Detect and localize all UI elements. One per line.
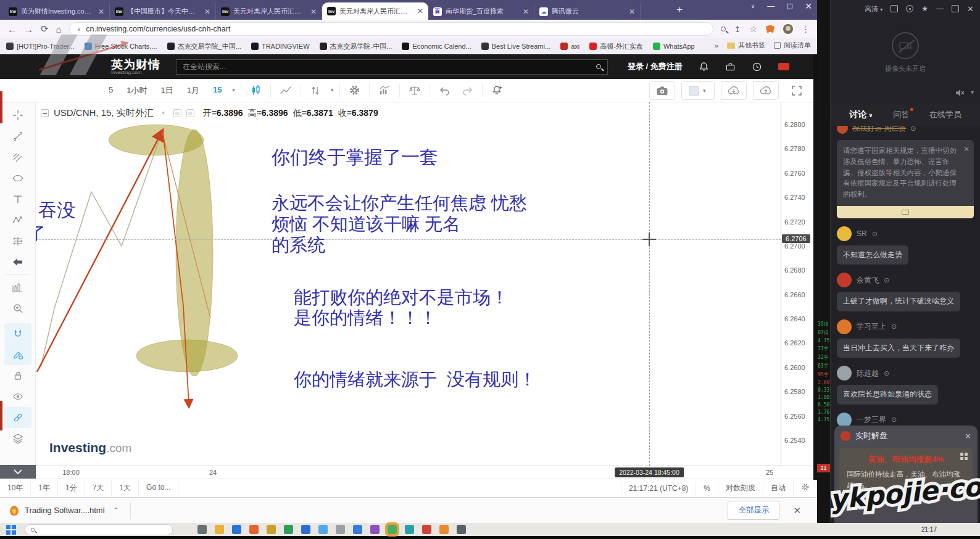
maximize-button[interactable] (787, 4, 792, 9)
taskbar-app-icon[interactable] (197, 525, 207, 534)
settings-gear-icon[interactable] (343, 82, 367, 99)
shapes-tool-icon[interactable] (4, 168, 31, 189)
back-arrow-icon[interactable] (4, 252, 31, 273)
range-button[interactable]: 1年 (31, 480, 58, 496)
magnet-tool-icon[interactable] (4, 323, 31, 344)
symbol-label[interactable]: USD/CNH, 15, 实时外汇 (54, 107, 154, 119)
symbol-dropdown-icon[interactable]: ▼ (159, 110, 168, 116)
bookmark-item[interactable]: 杰克交易学院_中国... (167, 42, 241, 51)
live-minimize-icon[interactable]: — (936, 4, 944, 13)
mute-speaker-icon[interactable] (955, 89, 965, 99)
notifications-bell-icon[interactable] (699, 62, 709, 72)
reload-icon[interactable]: ⟳ (41, 23, 49, 35)
crosshair-tool-icon[interactable] (4, 105, 31, 126)
tab-online-students[interactable]: 在线学员 (929, 109, 961, 120)
notice-close-icon[interactable]: ✕ (963, 144, 970, 155)
annotation-text-1[interactable]: 你们终于掌握了一套 (272, 147, 438, 168)
tab-close-icon[interactable]: ✕ (204, 7, 210, 16)
back-icon[interactable]: ← (7, 24, 17, 35)
taskbar-app-icon[interactable] (439, 525, 449, 534)
time-axis[interactable]: 18:00 24 2022-03-24 18:45:00 25 (36, 466, 781, 479)
profile-avatar[interactable] (783, 24, 793, 34)
interval-dropdown-icon[interactable]: ▼ (228, 88, 238, 93)
taskbar-app-icon[interactable] (353, 525, 362, 534)
annotation-ellipse-vertical[interactable] (176, 130, 213, 376)
scales-icon[interactable] (402, 83, 427, 99)
candlestick-style-icon[interactable] (244, 82, 268, 99)
search-icon[interactable] (596, 64, 601, 69)
layout-select-button[interactable]: ▼ (681, 81, 715, 100)
tab-close-icon[interactable]: ✕ (523, 7, 529, 16)
url-field[interactable]: ∨ cn.investing.com/currencies/usd-cnh-ch… (69, 22, 713, 36)
close-button[interactable]: ✕ (805, 1, 812, 11)
browser-tab[interactable]: 美元对离岸人民币汇率走势... ✕ (216, 3, 322, 20)
taskbar-app-icon[interactable] (370, 525, 380, 534)
footer-gear-icon[interactable] (793, 480, 817, 496)
site-logo[interactable]: 英为财情 Investing.com (111, 59, 160, 75)
range-button[interactable]: 10年 (0, 480, 31, 496)
tab-qa[interactable]: 问答 (893, 109, 909, 120)
percent-scale-button[interactable]: % (696, 482, 718, 495)
snapshot-camera-icon[interactable] (649, 81, 675, 100)
cloud-load-icon[interactable] (721, 81, 747, 100)
interval-button[interactable]: 15 (206, 83, 228, 99)
bookmark-item[interactable]: TRADINGVIEW (251, 43, 310, 50)
taskbar-app-icon[interactable] (249, 525, 259, 534)
bookmark-item[interactable]: 高顿-外汇实盘 (589, 42, 643, 51)
collapse-icon[interactable] (41, 109, 49, 117)
bookmark-item[interactable]: Economic Calend... (402, 43, 471, 50)
taskbar-app-icon[interactable] (405, 525, 414, 534)
link-tool-icon[interactable] (4, 407, 31, 428)
taskbar-app-icon[interactable] (388, 525, 397, 534)
browser-tab[interactable]: 【中国股市】今天中国股票... ✕ (110, 3, 216, 20)
zoom-icon[interactable] (721, 27, 726, 31)
home-icon[interactable]: ⌂ (56, 24, 62, 35)
interval-button[interactable]: 1月 (180, 83, 206, 99)
annotation-text-left-clipped[interactable]: 了 (36, 223, 46, 244)
record-icon[interactable] (906, 5, 913, 12)
language-flag-icon[interactable] (778, 63, 789, 70)
taskbar-search-box[interactable] (25, 524, 173, 535)
log-scale-button[interactable]: 对数刻度 (718, 480, 763, 496)
download-options-chevron-icon[interactable]: ⌃ (114, 506, 119, 514)
bookmark-item[interactable]: [HOT!]Pro-Trader... (6, 43, 75, 50)
cloud-save-icon[interactable] (753, 81, 779, 100)
browser-tab[interactable]: 英为财情Investing.com_全... ✕ (4, 3, 110, 20)
chart-plot-area[interactable]: USD/CNH, 15, 实时外汇 ▼ ◎ ◎ 开=6.3896 高=6.389… (36, 102, 817, 479)
range-button[interactable]: 1分 (58, 480, 85, 496)
taskbar-app-icon[interactable] (422, 525, 431, 534)
tab-close-icon[interactable]: ✕ (98, 7, 104, 16)
download-bar-close-icon[interactable]: ✕ (793, 505, 801, 516)
site-info-icon[interactable]: ∨ (77, 26, 81, 32)
browser-tab[interactable]: 美元对离岸人民币汇率走势 ✕ (322, 2, 428, 20)
alert-bell-add-icon[interactable] (485, 82, 509, 99)
bookmark-star-icon[interactable]: ☆ (749, 24, 757, 34)
forward-icon[interactable]: → (24, 24, 33, 35)
taskbar-app-icon[interactable] (215, 525, 224, 534)
annotation-text-3[interactable]: 能打败你的绝对不是市场！ 是你的情绪！！！ (294, 287, 509, 328)
live-close-icon[interactable]: ✕ (967, 4, 974, 14)
reading-list-button[interactable]: 阅读清单 (774, 41, 811, 50)
bookmark-item[interactable]: Free Stock Charts,... (85, 43, 157, 50)
range-button[interactable]: 1天 (112, 480, 139, 496)
download-file-name[interactable]: Trading Softwar....html (25, 506, 105, 515)
chart-mini-icon-2[interactable]: ◎ (186, 109, 194, 117)
chart-mini-icon-1[interactable]: ◎ (173, 109, 181, 117)
interval-button[interactable]: 1日 (154, 83, 180, 99)
collapse-video-chevron-icon[interactable]: ▾ (971, 89, 974, 99)
lock-all-icon[interactable] (4, 365, 31, 386)
share-window-icon[interactable] (891, 5, 898, 12)
pattern-tool-icon[interactable] (4, 210, 31, 231)
minimize-button[interactable]: — (767, 2, 774, 10)
line-chart-icon[interactable] (273, 83, 298, 99)
tab-discussion[interactable]: 讨论∨ (849, 109, 873, 120)
fullscreen-icon[interactable] (785, 83, 808, 99)
history-clock-icon[interactable] (752, 62, 762, 72)
toolbar-collapse-chevron-icon[interactable] (0, 465, 36, 479)
range-button[interactable]: 7天 (85, 480, 112, 496)
interval-button[interactable]: 5 (102, 83, 120, 99)
bar-pattern-icon[interactable] (4, 277, 31, 298)
new-tab-button[interactable]: + (676, 4, 683, 16)
tab-search-icon[interactable]: ∨ (751, 3, 755, 9)
quality-selector[interactable]: 高清 ▾ (865, 4, 882, 14)
